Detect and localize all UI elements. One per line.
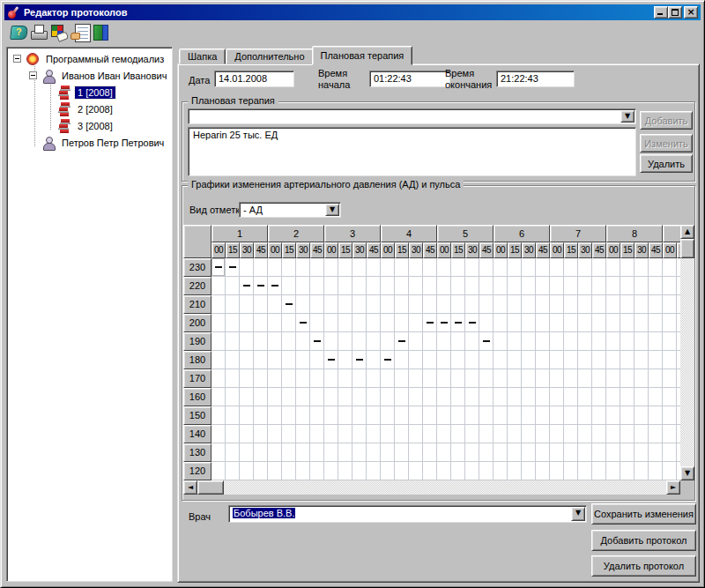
grid-cell[interactable]	[268, 406, 282, 425]
grid-cell[interactable]	[649, 406, 663, 425]
grid-cell[interactable]	[409, 388, 423, 406]
grid-cell[interactable]	[606, 258, 620, 277]
grid-cell[interactable]	[381, 295, 395, 314]
grid-cell[interactable]	[338, 425, 352, 443]
grid-cell[interactable]	[508, 258, 522, 277]
grid-cell[interactable]	[564, 443, 578, 462]
grid-cell[interactable]	[395, 462, 409, 480]
grid-cell[interactable]	[606, 462, 620, 480]
grid-cell[interactable]	[367, 258, 381, 277]
grid-cell[interactable]	[282, 277, 296, 295]
grid-cell[interactable]	[324, 406, 338, 425]
grid-cell[interactable]	[310, 314, 324, 332]
grid-cell[interactable]	[423, 388, 437, 406]
grid-cell[interactable]	[494, 258, 508, 277]
grid-cell[interactable]	[310, 406, 324, 425]
grid-cell[interactable]	[240, 425, 254, 443]
grid-cell[interactable]	[606, 369, 620, 388]
grid-cell[interactable]	[226, 406, 240, 425]
grid-cell[interactable]	[620, 295, 634, 314]
edit-therapy-button[interactable]: Изменить	[640, 134, 693, 153]
grid-cell[interactable]	[352, 443, 367, 462]
grid-cell[interactable]	[254, 332, 268, 351]
grid-cell[interactable]	[296, 369, 310, 388]
grid-cell[interactable]	[395, 388, 409, 406]
tree-item-patient-petrov[interactable]: Петров Петр Петрович	[10, 134, 169, 151]
grid-cell[interactable]	[550, 332, 564, 351]
grid-cell[interactable]	[578, 406, 592, 425]
grid-cell[interactable]	[634, 425, 649, 443]
grid-cell[interactable]	[479, 369, 494, 388]
grid-cell[interactable]	[437, 406, 451, 425]
grid-cell[interactable]	[324, 295, 338, 314]
grid-cell[interactable]	[282, 351, 296, 369]
grid-cell[interactable]	[578, 295, 592, 314]
grid-cell[interactable]	[409, 406, 423, 425]
grid-cell[interactable]	[564, 388, 578, 406]
grid-cell[interactable]	[564, 425, 578, 443]
grid-cell[interactable]	[296, 258, 310, 277]
grid-cell[interactable]	[437, 277, 451, 295]
grid-cell[interactable]	[310, 425, 324, 443]
grid-cell[interactable]	[268, 443, 282, 462]
grid-cell[interactable]	[437, 258, 451, 277]
tree-item-program-root[interactable]: Программный гемодиализ	[10, 50, 169, 67]
grid-cell[interactable]	[649, 258, 663, 277]
toolbar-button-settings[interactable]	[49, 23, 69, 42]
grid-cell[interactable]	[381, 425, 395, 443]
grid-cell[interactable]	[592, 295, 606, 314]
grid-cell[interactable]	[268, 351, 282, 369]
grid-cell[interactable]	[663, 425, 677, 443]
grid-cell[interactable]	[550, 443, 564, 462]
grid-cell[interactable]	[620, 314, 634, 332]
grid-cell[interactable]	[367, 314, 381, 332]
grid-cell[interactable]	[550, 277, 564, 295]
grid-cell[interactable]	[268, 425, 282, 443]
grid-cell[interactable]	[324, 314, 338, 332]
grid-cell[interactable]	[606, 332, 620, 351]
grid-cell[interactable]	[451, 406, 465, 425]
grid-cell[interactable]	[536, 258, 550, 277]
grid-cell[interactable]	[254, 425, 268, 443]
grid-cell[interactable]	[508, 369, 522, 388]
grid-cell[interactable]	[282, 462, 296, 480]
grid-cell[interactable]	[620, 277, 634, 295]
grid-cell[interactable]	[592, 332, 606, 351]
grid-cell[interactable]	[649, 295, 663, 314]
grid-cell[interactable]	[338, 351, 352, 369]
grid-cell[interactable]	[578, 462, 592, 480]
grid-cell[interactable]	[367, 425, 381, 443]
grid-cell[interactable]	[479, 406, 494, 425]
grid-cell[interactable]	[550, 314, 564, 332]
grid-cell[interactable]	[522, 406, 536, 425]
grid-cell[interactable]	[367, 351, 381, 369]
chevron-down-icon[interactable]: ▼	[325, 204, 339, 216]
grid-cell[interactable]	[663, 369, 677, 388]
bp-mark-cell[interactable]	[479, 332, 494, 351]
grid-cell[interactable]	[240, 388, 254, 406]
grid-cell[interactable]	[663, 258, 677, 277]
grid-cell[interactable]	[578, 314, 592, 332]
grid-cell[interactable]	[508, 314, 522, 332]
grid-cell[interactable]	[508, 462, 522, 480]
grid-cell[interactable]	[254, 462, 268, 480]
grid-cell[interactable]	[451, 462, 465, 480]
grid-cell[interactable]	[592, 314, 606, 332]
grid-cell[interactable]	[522, 295, 536, 314]
grid-cell[interactable]	[212, 369, 226, 388]
grid-cell[interactable]	[522, 277, 536, 295]
grid-cell[interactable]	[423, 295, 437, 314]
grid-cell[interactable]	[282, 314, 296, 332]
grid-cell[interactable]	[564, 295, 578, 314]
grid-cell[interactable]	[592, 388, 606, 406]
grid-cell[interactable]	[367, 295, 381, 314]
grid-cell[interactable]	[479, 351, 494, 369]
grid-cell[interactable]	[649, 351, 663, 369]
grid-cell[interactable]	[620, 443, 634, 462]
grid-cell[interactable]	[479, 462, 494, 480]
grid-cell[interactable]	[409, 351, 423, 369]
grid-cell[interactable]	[395, 277, 409, 295]
grid-cell[interactable]	[606, 443, 620, 462]
vertical-scrollbar-thumb[interactable]	[680, 239, 694, 258]
grid-cell[interactable]	[634, 258, 649, 277]
